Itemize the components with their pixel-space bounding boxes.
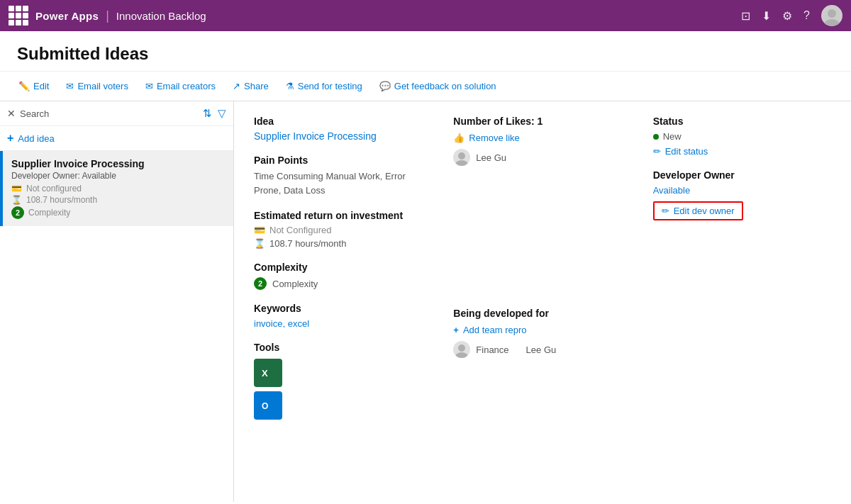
- filter-icon[interactable]: ▽: [218, 107, 226, 120]
- settings-icon[interactable]: ⚙: [782, 9, 792, 23]
- roi-hours-row: ⌛ 108.7 hours/month: [254, 238, 432, 249]
- help-icon[interactable]: ?: [803, 9, 810, 22]
- svg-point-1: [824, 19, 840, 26]
- status-new-row: New: [653, 131, 831, 142]
- search-bar[interactable]: ✕ Search: [7, 108, 199, 119]
- keywords-section: Keywords invoice, excel: [254, 303, 432, 329]
- keywords-label: Keywords: [254, 303, 432, 314]
- nav-right-icons: ⊡ ⬇ ⚙ ?: [741, 5, 842, 26]
- email-creators-icon: ✉: [145, 81, 153, 91]
- dev-owner-title: Developer Owner: [653, 169, 831, 181]
- complexity-row: 2 Complexity: [254, 277, 432, 290]
- email-voters-button[interactable]: ✉ Email voters: [59, 77, 135, 95]
- grid-menu-icon[interactable]: [9, 6, 28, 26]
- likes-section: Number of Likes: 1 👍 Remove like Lee Gu: [453, 116, 631, 166]
- idea-label: Idea: [254, 116, 432, 127]
- svg-point-6: [458, 152, 465, 159]
- roi-section: Estimated return on investment 💳 Not Con…: [254, 210, 432, 249]
- outlook-icon: O: [254, 391, 282, 420]
- detail-col-2: Number of Likes: 1 👍 Remove like Lee Gu: [453, 116, 631, 432]
- flask-icon: ⚗: [286, 81, 294, 91]
- idea-owner: Developer Owner: Available: [11, 171, 225, 181]
- remove-like-button[interactable]: 👍 Remove like: [453, 133, 631, 143]
- email-creators-button[interactable]: ✉ Email creators: [138, 77, 223, 95]
- idea-section: Idea Supplier Invoice Processing: [254, 116, 432, 142]
- dev-owner-value: Available: [653, 185, 831, 196]
- get-feedback-button[interactable]: 💬 Get feedback on solution: [372, 77, 504, 95]
- pain-points-section: Pain Points Time Consuming Manual Work, …: [254, 155, 432, 197]
- developer-name: Lee Gu: [526, 345, 557, 355]
- tools-section: Tools X O: [254, 342, 432, 420]
- idea-not-configured-row: 💳 Not configured: [11, 184, 225, 194]
- edit-status-icon: ✏: [653, 146, 661, 157]
- edit-dev-owner-icon: ✏: [662, 206, 669, 216]
- svg-text:O: O: [262, 401, 268, 411]
- sort-icon[interactable]: ⇅: [203, 107, 212, 120]
- detail-col-1: Idea Supplier Invoice Processing Pain Po…: [254, 116, 432, 432]
- hourglass-icon: ⌛: [11, 195, 22, 205]
- add-team-button[interactable]: + Add team repro: [453, 325, 631, 335]
- keywords-value: invoice, excel: [254, 318, 432, 329]
- liker-avatar: [453, 149, 470, 166]
- liker-name: Lee Gu: [476, 152, 506, 163]
- status-title: Status: [653, 116, 831, 127]
- download-icon[interactable]: ⬇: [762, 9, 771, 23]
- sidebar-controls: ✕ Search ⇅ ▽: [0, 101, 233, 126]
- idea-list-item[interactable]: Supplier Invoice Processing Developer Ow…: [0, 151, 233, 226]
- add-idea-button[interactable]: + Add idea: [0, 126, 233, 151]
- dev-owner-section: Developer Owner Available ✏ Edit dev own…: [653, 169, 831, 220]
- idea-value-link[interactable]: Supplier Invoice Processing: [254, 130, 377, 142]
- likes-title: Number of Likes: 1: [453, 116, 631, 127]
- status-section: Status New ✏ Edit status: [653, 116, 831, 157]
- detail-panel: Idea Supplier Invoice Processing Pain Po…: [234, 101, 851, 502]
- roi-label: Estimated return on investment: [254, 210, 432, 221]
- tool-icons: X O: [254, 359, 432, 420]
- nav-separator: |: [106, 9, 109, 23]
- team-avatar: [453, 341, 470, 358]
- edit-status-button[interactable]: ✏ Edit status: [653, 146, 831, 157]
- complexity-badge: 2: [11, 206, 24, 219]
- search-label: Search: [20, 108, 49, 119]
- share-button[interactable]: ↗ Share: [226, 77, 276, 95]
- status-value: New: [663, 131, 682, 142]
- money-icon: 💳: [11, 184, 22, 194]
- idea-title: Supplier Invoice Processing: [11, 158, 225, 169]
- app-title: Innovation Backlog: [116, 10, 206, 22]
- close-icon[interactable]: ✕: [7, 108, 16, 119]
- cast-icon[interactable]: ⊡: [741, 9, 750, 23]
- tools-label: Tools: [254, 342, 432, 353]
- edit-dev-owner-button[interactable]: ✏ Edit dev owner: [653, 201, 743, 220]
- email-voters-icon: ✉: [66, 81, 74, 91]
- roi-not-configured-row: 💳 Not Configured: [254, 225, 432, 235]
- send-testing-button[interactable]: ⚗ Send for testing: [279, 77, 369, 95]
- svg-point-9: [455, 352, 468, 358]
- edit-icon: ✏️: [18, 81, 30, 91]
- being-developed-title: Being developed for: [453, 308, 631, 319]
- add-icon: +: [7, 132, 13, 145]
- svg-text:X: X: [262, 368, 268, 379]
- feedback-icon: 💬: [379, 81, 391, 91]
- user-avatar[interactable]: [821, 5, 842, 26]
- svg-point-8: [458, 345, 465, 352]
- top-nav: Power Apps | Innovation Backlog ⊡ ⬇ ⚙ ?: [0, 0, 851, 31]
- money-icon-detail: 💳: [254, 225, 265, 235]
- svg-point-0: [828, 9, 836, 18]
- thumbsup-icon: 👍: [453, 133, 465, 143]
- detail-col-3: Status New ✏ Edit status Developer Owner…: [653, 116, 831, 432]
- add-team-icon: +: [453, 325, 459, 335]
- main-content: ✕ Search ⇅ ▽ + Add idea Supplier Invoice…: [0, 101, 851, 502]
- status-dot: [653, 134, 659, 140]
- pain-points-label: Pain Points: [254, 155, 432, 166]
- sidebar: ✕ Search ⇅ ▽ + Add idea Supplier Invoice…: [0, 101, 234, 502]
- share-icon: ↗: [233, 81, 240, 91]
- svg-point-7: [455, 160, 468, 166]
- sidebar-sort-filter: ⇅ ▽: [203, 107, 226, 120]
- idea-complexity-row: 2 Complexity: [11, 206, 225, 219]
- action-toolbar: ✏️ Edit ✉ Email voters ✉ Email creators …: [0, 72, 851, 101]
- page-title: Submitted Ideas: [0, 31, 851, 72]
- app-name: Power Apps: [35, 10, 99, 22]
- pain-points-value: Time Consuming Manual Work, Error Prone,…: [254, 169, 432, 197]
- team-member-row: Finance Lee Gu: [453, 341, 631, 358]
- edit-button[interactable]: ✏️ Edit: [11, 77, 56, 95]
- complexity-section: Complexity 2 Complexity: [254, 262, 432, 290]
